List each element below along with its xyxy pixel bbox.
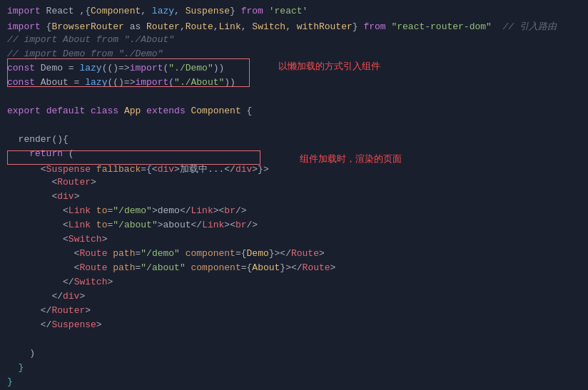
code-token: Demo = [35, 63, 79, 73]
code-token: path [113, 248, 135, 259]
code-token: const [7, 63, 35, 73]
code-token: path [113, 262, 135, 273]
line-content: const About = lazy(()=>import("./About")… [7, 77, 581, 88]
code-token: App [124, 106, 141, 116]
code-token: div [158, 164, 174, 175]
code-token: } [353, 21, 364, 32]
code-token: // import Demo from "./Demo" [7, 48, 163, 59]
code-token: < [7, 248, 79, 259]
code-token: Route [79, 248, 107, 259]
line-content: </Router> [7, 305, 581, 316]
code-token: Route [291, 248, 319, 259]
code-line: </Switch> [0, 277, 588, 291]
code-token: , [174, 6, 186, 16]
code-token: , [141, 6, 152, 16]
code-token: About = [35, 77, 85, 88]
code-token: lazy [85, 77, 107, 88]
code-token: /> [247, 220, 258, 230]
code-token: (()=> [102, 63, 130, 73]
code-token: "/demo" [141, 248, 180, 259]
code-token: Demo [247, 248, 269, 259]
line-content: </Switch> [7, 277, 581, 287]
code-token: import [7, 6, 41, 16]
code-line: export default class App extends Compone… [0, 106, 588, 120]
code-token: 'react' [269, 6, 308, 16]
code-line: render(){ [0, 134, 588, 148]
code-token: , [285, 21, 297, 32]
code-token: BrowserRouter [51, 21, 123, 32]
line-content: } [7, 376, 581, 387]
code-token: >about</ [158, 220, 202, 230]
code-token: Component [191, 106, 241, 116]
code-token: >加载中...</ [174, 164, 235, 175]
code-token: > [330, 262, 336, 273]
line-content: <Switch> [7, 234, 581, 245]
code-token: Router [51, 305, 85, 316]
code-token [180, 248, 186, 259]
code-token: br [235, 220, 247, 230]
code-token: > [74, 191, 80, 202]
code-token: } [7, 376, 13, 387]
code-token: to [96, 205, 108, 216]
code-token: < [7, 205, 69, 216]
code-token [186, 106, 191, 116]
code-token: from [241, 6, 263, 16]
code-token [141, 106, 146, 116]
code-token: )) [224, 77, 235, 88]
code-token: Suspense [46, 164, 91, 175]
code-token: /> [235, 205, 247, 216]
code-token: return [29, 148, 63, 159]
line-content: <Suspense fallback={<div>加载中...</div>}> [7, 163, 581, 175]
line-content: ) [7, 348, 581, 359]
code-token: ) [7, 348, 35, 359]
code-line: // import About from "./About" [0, 34, 588, 48]
code-token: component [191, 262, 241, 273]
code-token: "/demo" [113, 205, 152, 216]
code-token: default [46, 106, 86, 116]
code-token: "react-router-dom" [391, 21, 491, 32]
code-token: extends [146, 106, 186, 116]
code-token: Route [79, 262, 107, 273]
code-token: "/about" [141, 262, 185, 273]
code-token: >< [213, 205, 225, 216]
code-token: React ,{ [41, 6, 91, 16]
code-token: Route [186, 21, 213, 32]
code-token: ={< [141, 164, 157, 175]
code-token [7, 148, 29, 159]
code-token: About [252, 262, 280, 273]
code-token [85, 106, 91, 116]
code-line: } [0, 362, 588, 376]
code-token: ( [168, 77, 174, 88]
line-content: return ( [7, 148, 581, 159]
code-line: </Suspense> [0, 319, 588, 334]
code-line: } [0, 376, 588, 390]
line-content: } [7, 362, 581, 373]
code-token: >} [252, 164, 263, 175]
code-token: ={ [235, 248, 247, 259]
code-token: (()=> [107, 77, 135, 88]
code-editor: import React ,{Component, lazy, Suspense… [0, 0, 588, 390]
code-token [186, 262, 191, 273]
code-token: withRouter [297, 21, 353, 32]
code-token: class [91, 106, 118, 116]
code-line: return ( [0, 148, 588, 163]
code-token: > [91, 177, 96, 188]
annotation-suspense: 组件加载时，渲染的页面 [300, 153, 402, 165]
code-token: < [7, 164, 46, 175]
code-token: > [319, 248, 325, 259]
code-line: import React ,{Component, lazy, Suspense… [0, 6, 588, 20]
code-token: > [96, 319, 102, 330]
code-line: </div> [0, 291, 588, 305]
line-content: <Router> [7, 177, 581, 188]
code-token: from [363, 21, 385, 32]
code-token: </ [7, 277, 74, 287]
code-token: </ [7, 305, 51, 316]
code-token: Router [57, 177, 91, 188]
code-token [492, 21, 503, 32]
line-content: import {BrowserRouter as Router,Route,Li… [7, 20, 581, 33]
code-token: fallback [96, 164, 141, 175]
line-content: render(){ [7, 134, 581, 145]
code-token: } [230, 6, 241, 16]
code-token: Switch [252, 21, 285, 32]
code-token: ( [63, 148, 74, 159]
